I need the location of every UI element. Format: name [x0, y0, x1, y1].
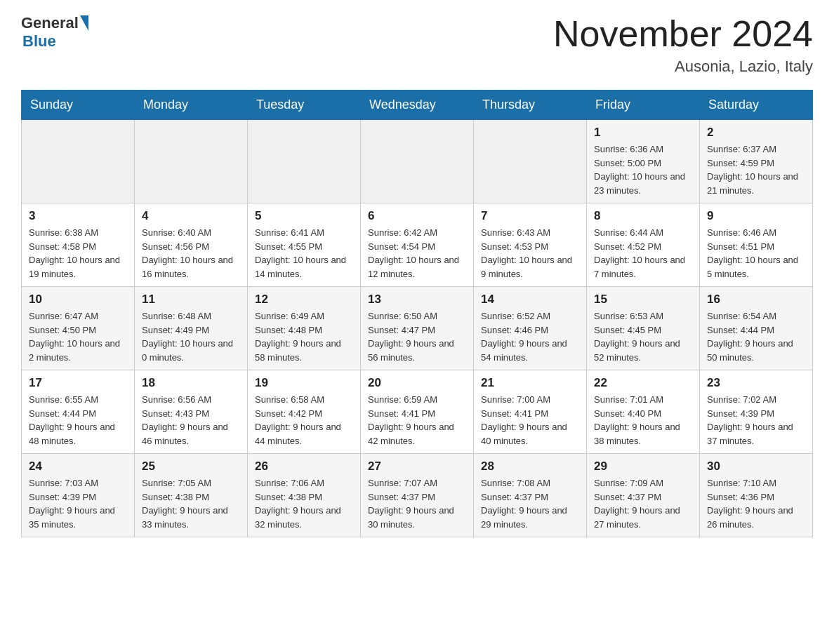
location-text: Ausonia, Lazio, Italy: [553, 58, 813, 76]
weekday-header-tuesday: Tuesday: [248, 90, 361, 120]
page-header: General Blue November 2024 Ausonia, Lazi…: [21, 14, 813, 76]
calendar-cell: 3Sunrise: 6:38 AMSunset: 4:58 PMDaylight…: [22, 203, 135, 287]
day-number: 19: [255, 376, 353, 390]
month-title: November 2024: [553, 14, 813, 54]
day-info: Sunrise: 6:44 AMSunset: 4:52 PMDaylight:…: [594, 226, 692, 281]
day-info: Sunrise: 6:59 AMSunset: 4:41 PMDaylight:…: [368, 393, 466, 448]
day-info: Sunrise: 7:05 AMSunset: 4:38 PMDaylight:…: [142, 476, 240, 531]
weekday-header-friday: Friday: [587, 90, 700, 120]
calendar-cell: 23Sunrise: 7:02 AMSunset: 4:39 PMDayligh…: [700, 370, 813, 454]
weekday-header-saturday: Saturday: [700, 90, 813, 120]
day-info: Sunrise: 6:47 AMSunset: 4:50 PMDaylight:…: [29, 309, 127, 364]
day-number: 13: [368, 293, 466, 307]
calendar-cell: [248, 120, 361, 203]
week-row-5: 24Sunrise: 7:03 AMSunset: 4:39 PMDayligh…: [22, 454, 813, 537]
calendar-cell: [22, 120, 135, 203]
day-info: Sunrise: 7:06 AMSunset: 4:38 PMDaylight:…: [255, 476, 353, 531]
calendar-cell: 11Sunrise: 6:48 AMSunset: 4:49 PMDayligh…: [135, 287, 248, 370]
week-row-2: 3Sunrise: 6:38 AMSunset: 4:58 PMDaylight…: [22, 203, 813, 287]
calendar-cell: 17Sunrise: 6:55 AMSunset: 4:44 PMDayligh…: [22, 370, 135, 454]
title-block: November 2024 Ausonia, Lazio, Italy: [553, 14, 813, 76]
calendar-cell: 2Sunrise: 6:37 AMSunset: 4:59 PMDaylight…: [700, 120, 813, 203]
calendar-cell: 7Sunrise: 6:43 AMSunset: 4:53 PMDaylight…: [474, 203, 587, 287]
calendar-cell: 28Sunrise: 7:08 AMSunset: 4:37 PMDayligh…: [474, 454, 587, 537]
day-number: 16: [707, 293, 805, 307]
calendar-cell: 30Sunrise: 7:10 AMSunset: 4:36 PMDayligh…: [700, 454, 813, 537]
calendar-cell: [361, 120, 474, 203]
calendar-cell: [135, 120, 248, 203]
calendar-cell: 12Sunrise: 6:49 AMSunset: 4:48 PMDayligh…: [248, 287, 361, 370]
day-number: 28: [481, 459, 579, 474]
calendar-header-row: SundayMondayTuesdayWednesdayThursdayFrid…: [22, 90, 813, 120]
day-number: 29: [594, 459, 692, 474]
day-number: 10: [29, 293, 127, 307]
day-number: 14: [481, 293, 579, 307]
day-number: 1: [594, 126, 692, 140]
calendar-cell: 14Sunrise: 6:52 AMSunset: 4:46 PMDayligh…: [474, 287, 587, 370]
day-number: 5: [255, 209, 353, 223]
day-number: 17: [29, 376, 127, 390]
calendar-cell: 21Sunrise: 7:00 AMSunset: 4:41 PMDayligh…: [474, 370, 587, 454]
logo-blue-text: Blue: [22, 32, 56, 51]
day-number: 23: [707, 376, 805, 390]
day-info: Sunrise: 7:10 AMSunset: 4:36 PMDaylight:…: [707, 476, 805, 531]
day-number: 21: [481, 376, 579, 390]
weekday-header-wednesday: Wednesday: [361, 90, 474, 120]
day-number: 22: [594, 376, 692, 390]
day-info: Sunrise: 6:42 AMSunset: 4:54 PMDaylight:…: [368, 226, 466, 281]
day-number: 2: [707, 126, 805, 140]
day-info: Sunrise: 6:56 AMSunset: 4:43 PMDaylight:…: [142, 393, 240, 448]
day-number: 9: [707, 209, 805, 223]
day-number: 25: [142, 459, 240, 474]
day-info: Sunrise: 6:49 AMSunset: 4:48 PMDaylight:…: [255, 309, 353, 364]
day-info: Sunrise: 7:07 AMSunset: 4:37 PMDaylight:…: [368, 476, 466, 531]
weekday-header-monday: Monday: [135, 90, 248, 120]
calendar-table: SundayMondayTuesdayWednesdayThursdayFrid…: [21, 90, 813, 537]
week-row-3: 10Sunrise: 6:47 AMSunset: 4:50 PMDayligh…: [22, 287, 813, 370]
calendar-cell: 6Sunrise: 6:42 AMSunset: 4:54 PMDaylight…: [361, 203, 474, 287]
day-info: Sunrise: 7:02 AMSunset: 4:39 PMDaylight:…: [707, 393, 805, 448]
week-row-1: 1Sunrise: 6:36 AMSunset: 5:00 PMDaylight…: [22, 120, 813, 203]
calendar-cell: 16Sunrise: 6:54 AMSunset: 4:44 PMDayligh…: [700, 287, 813, 370]
calendar-cell: 8Sunrise: 6:44 AMSunset: 4:52 PMDaylight…: [587, 203, 700, 287]
calendar-cell: 29Sunrise: 7:09 AMSunset: 4:37 PMDayligh…: [587, 454, 700, 537]
day-number: 7: [481, 209, 579, 223]
day-number: 11: [142, 293, 240, 307]
day-number: 3: [29, 209, 127, 223]
calendar-cell: 1Sunrise: 6:36 AMSunset: 5:00 PMDaylight…: [587, 120, 700, 203]
day-info: Sunrise: 6:58 AMSunset: 4:42 PMDaylight:…: [255, 393, 353, 448]
day-info: Sunrise: 7:03 AMSunset: 4:39 PMDaylight:…: [29, 476, 127, 531]
calendar-cell: 26Sunrise: 7:06 AMSunset: 4:38 PMDayligh…: [248, 454, 361, 537]
day-number: 15: [594, 293, 692, 307]
day-info: Sunrise: 6:38 AMSunset: 4:58 PMDaylight:…: [29, 226, 127, 281]
day-number: 26: [255, 459, 353, 474]
calendar-cell: 22Sunrise: 7:01 AMSunset: 4:40 PMDayligh…: [587, 370, 700, 454]
weekday-header-sunday: Sunday: [22, 90, 135, 120]
day-number: 6: [368, 209, 466, 223]
calendar-cell: 20Sunrise: 6:59 AMSunset: 4:41 PMDayligh…: [361, 370, 474, 454]
day-info: Sunrise: 7:01 AMSunset: 4:40 PMDaylight:…: [594, 393, 692, 448]
day-info: Sunrise: 6:50 AMSunset: 4:47 PMDaylight:…: [368, 309, 466, 364]
day-info: Sunrise: 6:40 AMSunset: 4:56 PMDaylight:…: [142, 226, 240, 281]
day-info: Sunrise: 7:08 AMSunset: 4:37 PMDaylight:…: [481, 476, 579, 531]
calendar-cell: 13Sunrise: 6:50 AMSunset: 4:47 PMDayligh…: [361, 287, 474, 370]
day-number: 18: [142, 376, 240, 390]
calendar-cell: 10Sunrise: 6:47 AMSunset: 4:50 PMDayligh…: [22, 287, 135, 370]
calendar-cell: 19Sunrise: 6:58 AMSunset: 4:42 PMDayligh…: [248, 370, 361, 454]
day-info: Sunrise: 6:52 AMSunset: 4:46 PMDaylight:…: [481, 309, 579, 364]
calendar-cell: 4Sunrise: 6:40 AMSunset: 4:56 PMDaylight…: [135, 203, 248, 287]
day-info: Sunrise: 6:46 AMSunset: 4:51 PMDaylight:…: [707, 226, 805, 281]
day-info: Sunrise: 6:48 AMSunset: 4:49 PMDaylight:…: [142, 309, 240, 364]
logo: General Blue: [21, 14, 88, 51]
calendar-cell: 25Sunrise: 7:05 AMSunset: 4:38 PMDayligh…: [135, 454, 248, 537]
day-info: Sunrise: 6:54 AMSunset: 4:44 PMDaylight:…: [707, 309, 805, 364]
day-number: 20: [368, 376, 466, 390]
calendar-cell: 18Sunrise: 6:56 AMSunset: 4:43 PMDayligh…: [135, 370, 248, 454]
day-number: 30: [707, 459, 805, 474]
day-number: 12: [255, 293, 353, 307]
day-info: Sunrise: 6:41 AMSunset: 4:55 PMDaylight:…: [255, 226, 353, 281]
day-number: 24: [29, 459, 127, 474]
day-number: 27: [368, 459, 466, 474]
day-info: Sunrise: 6:43 AMSunset: 4:53 PMDaylight:…: [481, 226, 579, 281]
logo-arrow-icon: [80, 15, 88, 31]
